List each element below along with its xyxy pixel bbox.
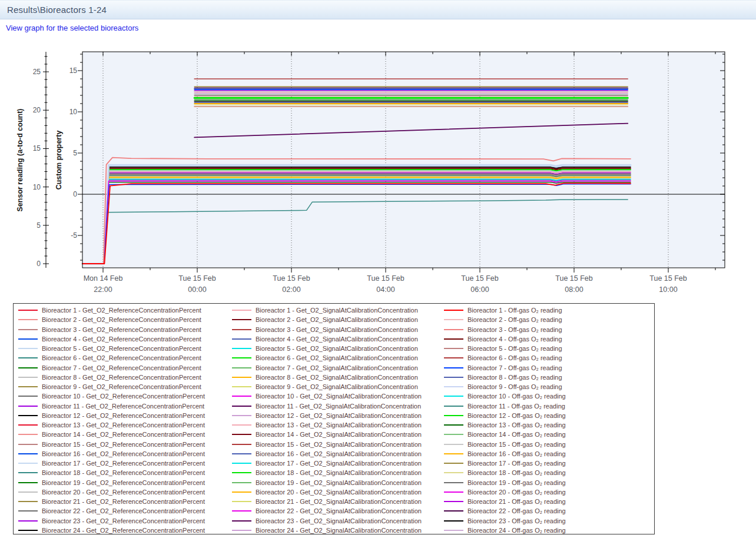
legend-item: Bioreactor 17 - Off-gas O₂ reading xyxy=(444,459,654,468)
legend-item: Bioreactor 23 - Get_O2_ReferenceConcentr… xyxy=(18,516,232,526)
legend-swatch xyxy=(232,377,251,378)
legend-label: Bioreactor 8 - Get_O2_SignalAtCalibratio… xyxy=(256,374,418,381)
legend-item: Bioreactor 22 - Get_O2_ReferenceConcentr… xyxy=(18,506,232,516)
legend-item: Bioreactor 15 - Get_O2_SignalAtCalibrati… xyxy=(232,440,444,449)
legend-swatch xyxy=(232,472,251,473)
legend-label: Bioreactor 19 - Get_O2_ReferenceConcentr… xyxy=(42,479,205,486)
legend-label: Bioreactor 10 - Get_O2_ReferenceConcentr… xyxy=(42,393,205,400)
legend-label: Bioreactor 1 - Get_O2_ReferenceConcentra… xyxy=(42,307,201,314)
legend-label: Bioreactor 16 - Off-gas O₂ reading xyxy=(467,450,566,457)
legend-swatch xyxy=(18,520,38,522)
legend-item: Bioreactor 4 - Get_O2_ReferenceConcentra… xyxy=(18,334,232,344)
legend-item: Bioreactor 7 - Off-gas O₂ reading xyxy=(444,363,654,373)
legend-swatch xyxy=(232,501,251,502)
legend-swatch xyxy=(18,319,38,320)
y-inner-tick-label: 10 xyxy=(69,108,78,116)
legend-item: Bioreactor 3 - Off-gas O₂ reading xyxy=(444,325,654,334)
legend-item: Bioreactor 24 - Get_O2_SignalAtCalibrati… xyxy=(232,526,444,535)
legend-label: Bioreactor 1 - Get_O2_SignalAtCalibratio… xyxy=(256,307,418,314)
y-outer-tick-label: 5 xyxy=(37,221,41,230)
legend-item: Bioreactor 12 - Get_O2_ReferenceConcentr… xyxy=(18,411,232,420)
legend-item: Bioreactor 17 - Get_O2_ReferenceConcentr… xyxy=(18,459,232,468)
legend-swatch xyxy=(232,338,251,340)
legend-swatch xyxy=(18,510,38,512)
legend-label: Bioreactor 7 - Get_O2_ReferenceConcentra… xyxy=(42,364,201,371)
legend-swatch xyxy=(18,396,38,397)
legend-item: Bioreactor 2 - Off-gas O₂ reading xyxy=(444,315,654,324)
legend-swatch xyxy=(18,472,38,473)
legend-swatch xyxy=(444,444,463,445)
legend-item: Bioreactor 20 - Off-gas O₂ reading xyxy=(444,487,654,497)
legend-item: Bioreactor 17 - Get_O2_SignalAtCalibrati… xyxy=(232,459,444,468)
x-tick-label: Tue 15 Feb xyxy=(649,274,687,283)
legend-item: Bioreactor 16 - Get_O2_SignalAtCalibrati… xyxy=(232,449,444,459)
legend-swatch xyxy=(444,482,463,483)
legend-item: Bioreactor 20 - Get_O2_SignalAtCalibrati… xyxy=(232,487,444,497)
legend-label: Bioreactor 18 - Get_O2_ReferenceConcentr… xyxy=(42,469,205,476)
legend-swatch xyxy=(444,491,463,493)
legend-swatch xyxy=(232,406,251,407)
legend-swatch xyxy=(444,386,463,387)
x-tick-label: Tue 15 Feb xyxy=(178,274,216,283)
view-graph-link[interactable]: View graph for the selected bioreactors xyxy=(0,24,138,32)
legend-swatch xyxy=(18,310,38,311)
legend-label: Bioreactor 24 - Get_O2_ReferenceConcentr… xyxy=(42,527,205,534)
legend-swatch xyxy=(232,453,251,454)
legend-swatch xyxy=(232,357,251,358)
legend-label: Bioreactor 17 - Off-gas O₂ reading xyxy=(467,460,566,467)
legend-label: Bioreactor 19 - Off-gas O₂ reading xyxy=(467,479,566,486)
legend-label: Bioreactor 2 - Get_O2_ReferenceConcentra… xyxy=(42,316,201,323)
x-tick-label: 10:00 xyxy=(659,285,677,294)
legend-label: Bioreactor 3 - Get_O2_SignalAtCalibratio… xyxy=(256,326,418,333)
legend-swatch xyxy=(444,377,463,378)
legend-swatch xyxy=(232,329,251,330)
legend-item: Bioreactor 3 - Get_O2_SignalAtCalibratio… xyxy=(232,325,444,334)
legend-swatch xyxy=(18,530,38,531)
legend-swatch xyxy=(444,406,463,407)
legend-label: Bioreactor 9 - Off-gas O₂ reading xyxy=(467,383,562,390)
legend-label: Bioreactor 14 - Off-gas O₂ reading xyxy=(467,431,566,438)
legend-swatch xyxy=(18,501,38,502)
legend-item: Bioreactor 4 - Off-gas O₂ reading xyxy=(444,334,654,344)
legend-item: Bioreactor 12 - Get_O2_SignalAtCalibrati… xyxy=(232,411,444,420)
legend-label: Bioreactor 5 - Get_O2_SignalAtCalibratio… xyxy=(256,345,418,352)
legend-item: Bioreactor 11 - Off-gas O₂ reading xyxy=(444,401,654,411)
legend-swatch xyxy=(18,377,38,378)
x-tick-label: 02:00 xyxy=(282,285,300,294)
legend-swatch xyxy=(232,491,251,493)
legend-swatch xyxy=(232,348,251,349)
legend-item: Bioreactor 11 - Get_O2_SignalAtCalibrati… xyxy=(232,401,444,411)
legend-label: Bioreactor 9 - Get_O2_SignalAtCalibratio… xyxy=(256,383,418,390)
legend-swatch xyxy=(18,424,38,426)
legend-swatch xyxy=(444,501,463,502)
legend-swatch xyxy=(444,396,463,397)
legend-label: Bioreactor 11 - Get_O2_ReferenceConcentr… xyxy=(42,403,204,410)
legend-label: Bioreactor 15 - Get_O2_ReferenceConcentr… xyxy=(42,441,205,448)
x-tick-label: Tue 15 Feb xyxy=(273,274,310,283)
legend-swatch xyxy=(18,482,38,483)
page-title: Results\Bioreactors 1-24 xyxy=(0,5,107,15)
legend-label: Bioreactor 14 - Get_O2_ReferenceConcentr… xyxy=(42,431,205,438)
legend-swatch xyxy=(444,434,463,435)
legend-swatch xyxy=(18,434,38,435)
legend-item: Bioreactor 14 - Get_O2_ReferenceConcentr… xyxy=(18,430,232,439)
legend-label: Bioreactor 17 - Get_O2_ReferenceConcentr… xyxy=(42,460,205,467)
legend-label: Bioreactor 22 - Get_O2_ReferenceConcentr… xyxy=(42,507,205,514)
legend-label: Bioreactor 5 - Off-gas O₂ reading xyxy=(467,345,562,352)
legend-item: Bioreactor 9 - Get_O2_ReferenceConcentra… xyxy=(18,382,232,391)
legend-swatch xyxy=(444,453,463,454)
y-inner-tick-label: 0 xyxy=(73,190,77,198)
legend-label: Bioreactor 10 - Get_O2_SignalAtCalibrati… xyxy=(256,393,422,400)
legend-item: Bioreactor 8 - Off-gas O₂ reading xyxy=(444,373,654,382)
x-tick-label: 08:00 xyxy=(565,285,583,294)
legend-label: Bioreactor 24 - Off-gas O₂ reading xyxy=(467,527,566,534)
y-inner-tick-label: 15 xyxy=(69,67,78,75)
legend-item: Bioreactor 13 - Get_O2_SignalAtCalibrati… xyxy=(232,420,444,430)
y-inner-tick-label: -5 xyxy=(71,231,77,240)
legend-label: Bioreactor 24 - Get_O2_SignalAtCalibrati… xyxy=(256,527,422,534)
x-tick-label: 06:00 xyxy=(470,285,489,294)
legend-swatch xyxy=(18,463,38,464)
y-outer-tick-label: 0 xyxy=(37,260,41,268)
legend-swatch xyxy=(232,434,251,435)
legend-item: Bioreactor 24 - Get_O2_ReferenceConcentr… xyxy=(18,526,232,535)
